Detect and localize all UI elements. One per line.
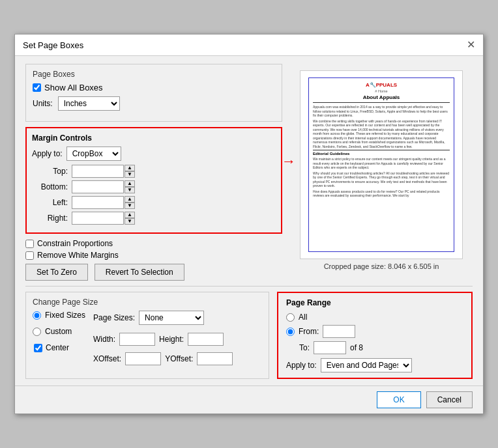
margin-controls-box: Margin Controls Apply to: CropBox MediaB… <box>25 127 282 234</box>
of-label: of 8 <box>350 343 363 352</box>
left-down-btn[interactable]: ▼ <box>124 203 135 209</box>
top-down-btn[interactable]: ▼ <box>124 171 135 178</box>
change-page-size-title: Change Page Size <box>33 298 262 307</box>
action-buttons: Set To Zero Revert To Selection <box>25 264 282 281</box>
constrain-label: Constrain Proportions <box>37 239 113 248</box>
revert-to-selection-button[interactable]: Revert To Selection <box>95 264 184 281</box>
preview-heading: About Appuals <box>313 94 450 100</box>
width-label: Width: <box>93 335 115 344</box>
dialog-footer: OK Cancel <box>15 385 483 413</box>
preview-page-label: # Home <box>313 89 450 93</box>
apply-to-label: Apply to: <box>32 149 63 158</box>
right-up-btn[interactable]: ▲ <box>124 212 135 218</box>
bottom-spinner-btns: ▲ ▼ <box>124 180 135 193</box>
preview-inner: A🔧PPUALS # Home About Appuals Appuals.co… <box>308 77 454 252</box>
radio-column: Fixed Sizes Custom Center P <box>33 311 262 368</box>
dialog-title: Set Page Boxes <box>23 40 83 50</box>
preview-body-text: Appuals.com was established in 2014 as a… <box>313 105 450 118</box>
preview-section-heading: Editorial Guidelines <box>313 150 450 156</box>
fixed-sizes-radio[interactable] <box>33 311 41 320</box>
top-spinner-btns: ▲ ▼ <box>124 165 135 178</box>
bottom-spinner: 4.4 in ▲ ▼ <box>72 180 135 193</box>
size-inputs: Page Sizes: None Letter A4 Width: 0 in H… <box>93 311 233 368</box>
left-panel: Page Boxes Show All Boxes Units: Inches … <box>25 64 282 281</box>
from-label: From: <box>299 327 319 336</box>
top-up-btn[interactable]: ▲ <box>124 165 135 171</box>
apply-to-row: Apply to: CropBox MediaBox TrimBox <box>32 147 276 161</box>
right-panel: → A🔧PPUALS # Home About Appuals Appuals.… <box>290 64 473 281</box>
custom-row: Custom <box>33 327 85 336</box>
xoffset-input[interactable]: 0 in <box>125 352 161 365</box>
page-range-title: Page Range <box>286 298 463 307</box>
right-input[interactable]: 0.154 in <box>72 212 124 225</box>
top-input[interactable]: 0.095 in <box>72 165 124 178</box>
from-input[interactable]: 1 <box>323 325 355 338</box>
offset-row: XOffset: 0 in YOffset: 0 in <box>93 352 233 365</box>
page-sizes-label: Page Sizes: <box>93 313 135 322</box>
from-row: From: 1 <box>286 325 463 338</box>
all-radio-row: All <box>286 313 463 322</box>
left-input[interactable]: 0.3 in <box>72 196 124 209</box>
from-radio[interactable] <box>286 328 295 336</box>
bottom-input[interactable]: 4.4 in <box>72 180 124 193</box>
apply-to-select[interactable]: CropBox MediaBox TrimBox <box>66 147 121 161</box>
all-radio[interactable] <box>286 313 295 322</box>
left-spinner: 0.3 in ▲ ▼ <box>72 196 135 209</box>
yoffset-input[interactable]: 0 in <box>197 352 233 365</box>
left-label: Left: <box>32 198 68 207</box>
radio-options: Fixed Sizes Custom Center <box>33 311 85 368</box>
preview-section-text3: How does Appuals assess products used to… <box>313 189 450 198</box>
custom-label: Custom <box>45 327 72 336</box>
fixed-sizes-label: Fixed Sizes <box>45 311 85 320</box>
ok-button[interactable]: OK <box>377 391 420 408</box>
page-boxes-title: Page Boxes <box>33 70 275 79</box>
remove-white-checkbox[interactable] <box>25 251 34 260</box>
height-input[interactable]: 0 in <box>188 333 224 346</box>
left-up-btn[interactable]: ▲ <box>124 196 135 203</box>
page-range-group: Page Range All From: 1 To: 1 of 8 Apply … <box>277 292 473 379</box>
right-spinner-btns: ▲ ▼ <box>124 212 135 225</box>
right-label: Right: <box>32 214 68 223</box>
show-all-boxes-label: Show All Boxes <box>44 83 103 92</box>
center-row: Center <box>34 343 85 352</box>
change-page-size-group: Change Page Size Fixed Sizes Custom <box>25 292 269 379</box>
page-preview: A🔧PPUALS # Home About Appuals Appuals.co… <box>300 70 463 259</box>
apply-to-range-select[interactable]: Even and Odd Pages Even Pages Only Odd P… <box>321 358 412 372</box>
cancel-button[interactable]: Cancel <box>426 391 473 408</box>
bottom-up-btn[interactable]: ▲ <box>124 180 135 187</box>
units-select[interactable]: Inches Centimeters Millimeters <box>58 96 120 111</box>
arrow-icon: → <box>282 153 296 170</box>
apply-to-range-label: Apply to: <box>286 361 317 370</box>
bottom-section: Change Page Size Fixed Sizes Custom <box>25 292 473 379</box>
top-label: Top: <box>32 167 68 176</box>
center-label: Center <box>46 343 69 352</box>
bottom-down-btn[interactable]: ▼ <box>124 187 135 193</box>
show-all-boxes-checkbox[interactable] <box>33 83 41 92</box>
left-spinner-btns: ▲ ▼ <box>124 196 135 209</box>
remove-white-row: Remove White Margins <box>25 251 282 260</box>
to-input[interactable]: 1 <box>314 341 346 354</box>
preview-section-text: We maintain a strict policy to ensure ou… <box>313 157 450 170</box>
page-sizes-row: Page Sizes: None Letter A4 <box>93 311 233 325</box>
cropped-size-text: Cropped page size: 8.046 x 6.505 in <box>324 262 439 270</box>
preview-container: → A🔧PPUALS # Home About Appuals Appuals.… <box>300 64 463 259</box>
to-label: To: <box>299 343 310 352</box>
page-sizes-select[interactable]: None Letter A4 <box>139 311 204 325</box>
title-bar: Set Page Boxes ✕ <box>15 35 483 56</box>
units-label: Units: <box>33 99 53 108</box>
constrain-checkbox[interactable] <box>25 240 34 248</box>
width-height-row: Width: 0 in Height: 0 in <box>93 333 233 346</box>
units-row: Units: Inches Centimeters Millimeters <box>33 96 275 111</box>
width-input[interactable]: 0 in <box>119 333 155 346</box>
center-checkbox[interactable] <box>34 344 42 352</box>
set-to-zero-button[interactable]: Set To Zero <box>25 264 88 281</box>
preview-logo: A🔧PPUALS <box>313 82 450 88</box>
height-label: Height: <box>159 335 184 344</box>
top-spinner: 0.095 in ▲ ▼ <box>72 165 135 178</box>
right-down-btn[interactable]: ▼ <box>124 218 135 225</box>
close-button[interactable]: ✕ <box>467 40 475 50</box>
custom-radio[interactable] <box>33 328 41 336</box>
bottom-label: Bottom: <box>32 182 68 191</box>
right-spinner: 0.154 in ▲ ▼ <box>72 212 135 225</box>
top-row: Top: 0.095 in ▲ ▼ <box>32 165 276 178</box>
